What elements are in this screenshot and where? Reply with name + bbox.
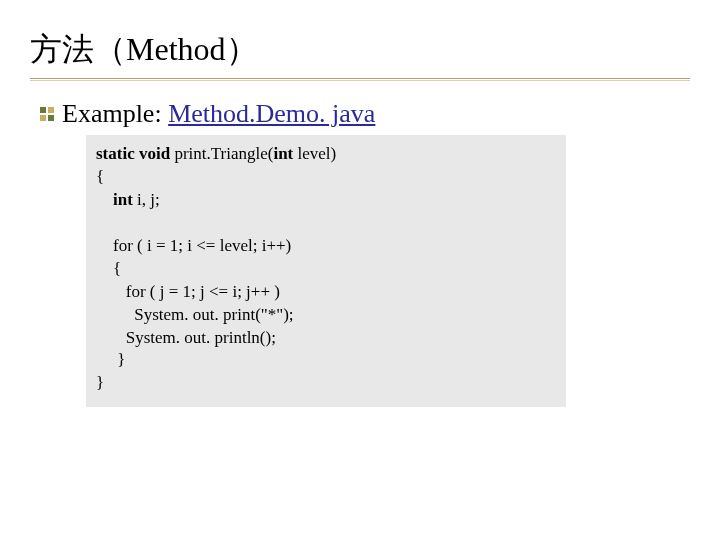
code-kw: int: [96, 190, 137, 209]
bullet-prefix: Example:: [62, 99, 168, 128]
code-line: {: [96, 259, 121, 278]
code-text: print.Triangle(: [174, 144, 273, 163]
bullet-row: Example: Method.Demo. java: [40, 99, 690, 129]
code-line: }: [96, 373, 104, 392]
slide-title: 方法（Method）: [30, 28, 690, 76]
code-line: }: [96, 350, 125, 369]
svg-rect-3: [48, 115, 54, 121]
code-kw: static void: [96, 144, 174, 163]
code-line: System. out. println();: [96, 328, 276, 347]
bullet-text: Example: Method.Demo. java: [62, 99, 375, 129]
title-underline: [30, 78, 690, 79]
bullet-link[interactable]: Method.Demo. java: [168, 99, 375, 128]
title-block: 方法（Method）: [30, 28, 690, 81]
code-text: i, j;: [137, 190, 160, 209]
svg-rect-2: [40, 115, 46, 121]
code-block: static void print.Triangle(int level) { …: [86, 135, 566, 407]
code-text: level): [298, 144, 337, 163]
code-line: for ( j = 1; j <= i; j++ ): [96, 282, 280, 301]
slide: 方法（Method） Example: Method.Demo. java st…: [0, 0, 720, 437]
title-underline-shadow: [30, 80, 690, 81]
code-line: System. out. print("*");: [96, 305, 294, 324]
code-line: {: [96, 167, 104, 186]
code-kw: int: [273, 144, 297, 163]
plus-bullet-icon: [40, 107, 54, 121]
code-line: for ( i = 1; i <= level; i++): [96, 236, 291, 255]
svg-rect-1: [48, 107, 54, 113]
svg-rect-0: [40, 107, 46, 113]
